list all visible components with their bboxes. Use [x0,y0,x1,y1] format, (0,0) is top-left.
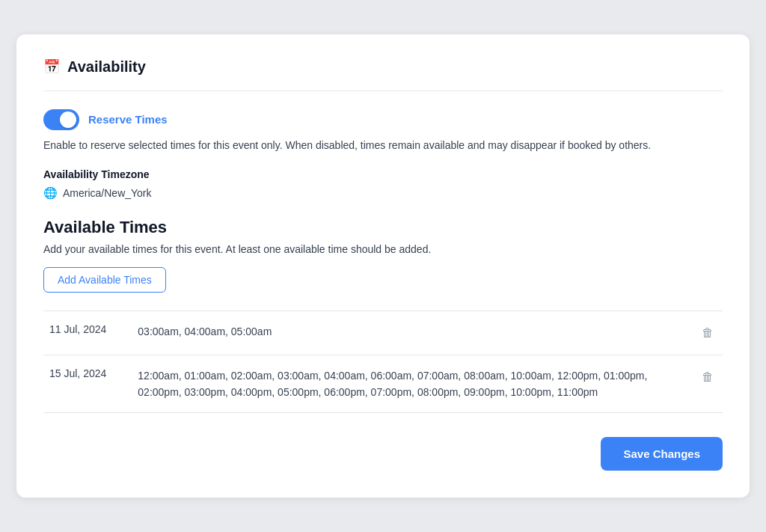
times-table-body: 11 Jul, 2024 03:00am, 04:00am, 05:00am 🗑… [43,311,723,413]
timezone-text: America/New_York [63,187,152,199]
delete-cell-2: 🗑 [693,355,723,413]
delete-row-1-button[interactable]: 🗑 [699,323,717,343]
reserve-times-toggle[interactable] [43,109,79,130]
availability-card: 📅 Availability Reserve Times Enable to r… [16,34,750,498]
toggle-slider [43,109,79,130]
available-times-table: 11 Jul, 2024 03:00am, 04:00am, 05:00am 🗑… [43,311,723,414]
save-changes-button[interactable]: Save Changes [601,437,723,471]
delete-cell-1: 🗑 [693,311,723,355]
available-times-section: Available Times Add your available times… [43,218,723,414]
timezone-value: 🌐 America/New_York [43,186,723,200]
add-available-times-button[interactable]: Add Available Times [43,267,166,293]
times-cell-2: 12:00am, 01:00am, 02:00am, 03:00am, 04:0… [132,355,693,413]
globe-icon: 🌐 [43,186,58,200]
available-times-heading: Available Times [43,218,723,237]
footer: Save Changes [43,437,723,471]
toggle-description: Enable to reserve selected times for thi… [43,138,723,153]
date-cell-1: 11 Jul, 2024 [43,311,132,355]
section-title: Availability [67,58,146,76]
timezone-section: Availability Timezone 🌐 America/New_York [43,168,723,200]
table-row: 11 Jul, 2024 03:00am, 04:00am, 05:00am 🗑 [43,311,723,355]
table-row: 15 Jul, 2024 12:00am, 01:00am, 02:00am, … [43,355,723,413]
delete-row-2-button[interactable]: 🗑 [699,367,717,387]
calendar-icon: 📅 [43,58,60,75]
date-cell-2: 15 Jul, 2024 [43,355,132,413]
section-header: 📅 Availability [43,58,723,91]
available-times-description: Add your available times for this event.… [43,243,723,255]
reserve-times-label: Reserve Times [88,113,168,126]
times-cell-1: 03:00am, 04:00am, 05:00am [132,311,693,355]
timezone-heading: Availability Timezone [43,168,723,180]
reserve-times-toggle-row: Reserve Times [43,109,723,130]
